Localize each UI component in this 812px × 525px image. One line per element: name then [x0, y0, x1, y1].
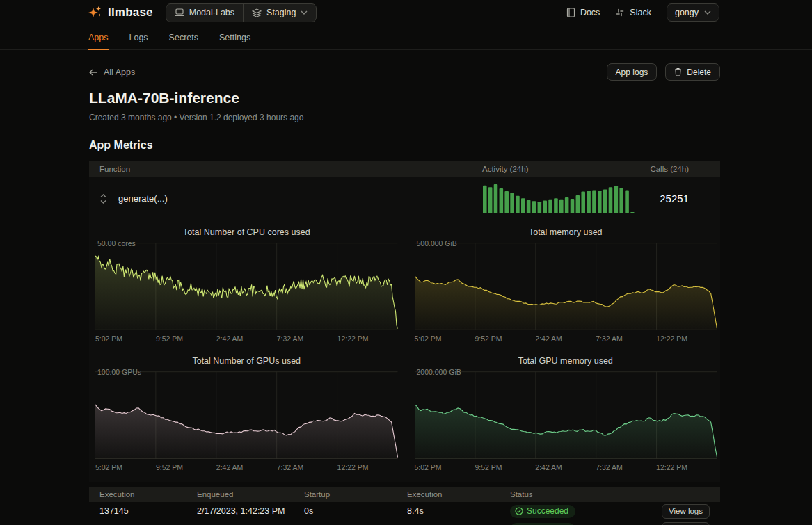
y-axis-max-label: 50.00 cores	[97, 239, 136, 248]
column-function: Function	[99, 165, 482, 173]
column-startup: Startup	[304, 490, 407, 499]
column-calls: Calls (24h)	[635, 165, 710, 173]
back-arrow-icon	[89, 69, 98, 76]
environment-label: Staging	[266, 8, 296, 17]
book-icon	[566, 8, 575, 17]
enqueued-time: 2/17/2023, 1:42:23 PM	[197, 506, 304, 516]
slack-icon	[615, 8, 625, 17]
logo-text: llmbase	[108, 6, 153, 19]
section-title-app-metrics: App Metrics	[89, 139, 720, 152]
table-row: 137145 2/17/2023, 1:42:23 PM 0s 8.4s Suc…	[89, 502, 720, 520]
user-menu-button[interactable]: gongy	[667, 3, 719, 22]
table-row: 137144 2/17/2023, 1:42:18 PM 2.3s 5.6s S…	[89, 520, 720, 525]
delete-button[interactable]: Delete	[665, 63, 720, 81]
function-call-count: 25251	[635, 193, 710, 204]
chart-cpu-cores: Total Number of CPU cores used 50.00 cor…	[95, 220, 398, 345]
executions-header: Execution Enqueued Startup Execution Sta…	[89, 487, 720, 502]
status-badge: Succeeded	[510, 523, 575, 525]
breadcrumb-label: All Apps	[104, 67, 135, 77]
x-axis-ticks: 5:02 PM9:52 PM2:42 AM7:32 AM12:22 PM	[95, 334, 398, 345]
tab-settings[interactable]: Settings	[218, 25, 251, 50]
metrics-header: Function Activity (24h) Calls (24h)	[89, 161, 720, 177]
workspace-env-switcher: Modal-Labs Staging	[166, 3, 317, 22]
docs-link[interactable]: Docs	[566, 8, 600, 17]
column-execution: Execution	[99, 490, 197, 499]
column-activity: Activity (24h)	[482, 165, 635, 173]
page-title: LLaMA-70B-inference	[89, 90, 720, 106]
column-status: Status	[510, 490, 651, 499]
page-subtitle: Created 3 months ago • Version 1.2 deplo…	[89, 113, 720, 122]
trash-icon	[674, 67, 682, 76]
logo[interactable]: llmbase	[88, 5, 153, 20]
tab-secrets[interactable]: Secrets	[168, 25, 199, 50]
gpus-plot[interactable]: 100.00 GPUs	[95, 371, 398, 459]
x-axis-ticks: 5:02 PM9:52 PM2:42 AM7:32 AM12:22 PM	[95, 463, 398, 474]
activity-sparkline[interactable]	[482, 184, 635, 213]
environment-selector[interactable]: Staging	[244, 4, 316, 22]
status-badge: Succeeded	[510, 505, 575, 518]
slack-link[interactable]: Slack	[615, 8, 651, 17]
slack-label: Slack	[630, 8, 651, 17]
chevron-down-icon	[704, 10, 711, 15]
chart-title: Total Number of CPU cores used	[95, 227, 398, 237]
chart-title: Total GPU memory used	[415, 356, 717, 366]
tab-apps[interactable]: Apps	[88, 25, 109, 50]
column-execution-time: Execution	[407, 490, 510, 499]
top-bar: llmbase Modal-Labs Staging Docs	[0, 0, 812, 25]
laptop-icon	[175, 8, 184, 17]
workspace-selector[interactable]: Modal-Labs	[166, 4, 243, 22]
y-axis-max-label: 2000.000 GiB	[417, 368, 461, 376]
x-axis-ticks: 5:02 PM9:52 PM2:42 AM7:32 AM12:22 PM	[415, 463, 717, 474]
chart-title: Total Number of GPUs used	[95, 356, 398, 366]
layers-icon	[252, 8, 262, 17]
chevron-down-icon	[301, 10, 308, 15]
app-logs-button[interactable]: App logs	[607, 63, 658, 81]
main-nav: Apps Logs Secrets Settings	[0, 25, 812, 50]
topbar-right: Docs Slack gongy	[566, 3, 719, 22]
docs-label: Docs	[580, 8, 600, 17]
executions-table: Execution Enqueued Startup Execution Sta…	[89, 487, 720, 525]
workspace-label: Modal-Labs	[189, 8, 234, 17]
memory-plot[interactable]: 500.000 GiB	[415, 243, 717, 330]
x-axis-ticks: 5:02 PM9:52 PM2:42 AM7:32 AM12:22 PM	[415, 334, 717, 345]
y-axis-max-label: 100.00 GPUs	[97, 368, 141, 376]
chart-gpu-memory: Total GPU memory used 2000.000 GiB 5:02 …	[415, 349, 717, 474]
tab-logs[interactable]: Logs	[129, 25, 149, 50]
execution-duration: 8.4s	[407, 506, 510, 516]
view-logs-button[interactable]: View logs	[662, 504, 710, 519]
function-name: generate(...)	[118, 193, 168, 204]
function-row[interactable]: generate(...) 25251	[89, 177, 720, 220]
y-axis-max-label: 500.000 GiB	[417, 239, 457, 248]
column-enqueued: Enqueued	[197, 490, 304, 499]
charts-grid: Total Number of CPU cores used 50.00 cor…	[89, 220, 720, 482]
startup-duration: 0s	[304, 506, 407, 516]
expand-collapse-icon[interactable]	[99, 193, 109, 204]
sparkle-icon	[88, 5, 103, 20]
execution-id: 137145	[99, 506, 197, 516]
chart-gpus: Total Number of GPUs used 100.00 GPUs 5:…	[95, 349, 398, 474]
breadcrumb-all-apps[interactable]: All Apps	[89, 67, 135, 77]
user-menu-label: gongy	[675, 8, 699, 17]
chart-title: Total memory used	[415, 227, 717, 237]
view-logs-button[interactable]: View logs	[662, 522, 710, 525]
chart-memory: Total memory used 500.000 GiB 5:02 PM9:5…	[415, 220, 717, 345]
cpu-cores-plot[interactable]: 50.00 cores	[95, 243, 398, 330]
gpu-memory-plot[interactable]: 2000.000 GiB	[415, 371, 717, 459]
main-content: All Apps App logs Delete LLaMA-70B-infer…	[89, 63, 720, 525]
metrics-panel: Function Activity (24h) Calls (24h) gene…	[89, 161, 720, 482]
